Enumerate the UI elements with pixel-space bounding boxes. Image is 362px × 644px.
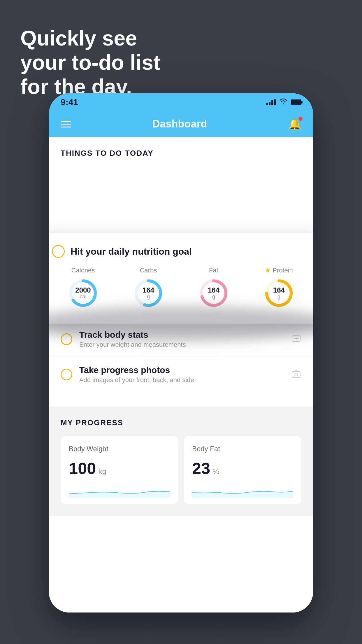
spacer bbox=[49, 392, 313, 407]
calories-label: Calories bbox=[71, 267, 95, 274]
nutrition-circle-check[interactable] bbox=[52, 245, 65, 258]
body-fat-unit: % bbox=[212, 467, 219, 476]
notification-dot bbox=[298, 117, 303, 121]
nutrition-stats: Calories 2000 cal bbox=[52, 267, 310, 309]
body-weight-card[interactable]: Body Weight 100 kg bbox=[61, 436, 178, 504]
notification-bell-icon[interactable]: 🔔 bbox=[288, 118, 301, 130]
body-weight-chart bbox=[69, 484, 170, 498]
svg-rect-10 bbox=[292, 372, 300, 377]
signal-bars-icon bbox=[266, 99, 276, 105]
protein-donut: 164 g bbox=[263, 277, 295, 309]
todo-item-photos[interactable]: Take progress photos Add images of your … bbox=[49, 357, 313, 392]
carbs-value: 164 bbox=[143, 287, 154, 294]
protein-unit: g bbox=[273, 294, 285, 300]
fat-unit: g bbox=[208, 294, 219, 300]
body-fat-card-title: Body Fat bbox=[192, 445, 293, 453]
body-fat-chart bbox=[192, 484, 293, 498]
fat-stat: Fat 164 g bbox=[198, 267, 230, 309]
calories-donut: 2000 cal bbox=[67, 277, 99, 309]
body-fat-value-row: 23 % bbox=[192, 459, 293, 478]
nutrition-card-title: Hit your daily nutrition goal bbox=[71, 246, 192, 257]
main-content: THINGS TO DO TODAY Hit your daily nutrit… bbox=[49, 137, 313, 612]
my-progress-section: MY PROGRESS Body Weight 100 kg bbox=[49, 407, 313, 516]
header-title: Dashboard bbox=[152, 118, 207, 130]
protein-stat: ★ Protein 164 g bbox=[263, 267, 295, 309]
photos-circle bbox=[61, 369, 72, 380]
app-header: Dashboard 🔔 bbox=[49, 111, 313, 137]
body-weight-unit: kg bbox=[98, 467, 106, 476]
progress-cards: Body Weight 100 kg Bo bbox=[61, 436, 301, 504]
battery-icon bbox=[291, 99, 301, 105]
fat-label: Fat bbox=[209, 267, 218, 274]
nutrition-card: Hit your daily nutrition goal Calories bbox=[49, 233, 313, 324]
protein-label: Protein bbox=[273, 267, 293, 274]
calories-unit: cal bbox=[75, 294, 91, 300]
body-weight-card-title: Body Weight bbox=[69, 445, 170, 453]
fat-value: 164 bbox=[208, 287, 219, 294]
wifi-icon bbox=[279, 98, 287, 106]
svg-point-11 bbox=[295, 373, 298, 376]
body-weight-value: 100 bbox=[69, 459, 96, 478]
carbs-stat: Carbs 164 g bbox=[132, 267, 164, 309]
body-weight-value-row: 100 kg bbox=[69, 459, 170, 478]
body-fat-value: 23 bbox=[192, 459, 210, 478]
photos-desc: Add images of your front, back, and side bbox=[79, 376, 285, 384]
status-time: 9:41 bbox=[61, 97, 78, 107]
body-stats-desc: Enter your weight and measurements bbox=[79, 341, 285, 349]
protein-label-row: ★ Protein bbox=[265, 267, 293, 274]
card-shadow bbox=[49, 306, 313, 341]
headline-line1: Quickly see bbox=[20, 26, 160, 50]
carbs-donut: 164 g bbox=[132, 277, 164, 309]
headline: Quickly see your to-do list for the day. bbox=[20, 26, 160, 99]
fat-donut: 164 g bbox=[198, 277, 230, 309]
photos-name: Take progress photos bbox=[79, 365, 285, 375]
body-fat-card[interactable]: Body Fat 23 % bbox=[184, 436, 301, 504]
menu-button[interactable] bbox=[61, 121, 71, 127]
headline-line2: your to-do list bbox=[20, 50, 160, 75]
things-to-do-header: THINGS TO DO TODAY bbox=[49, 137, 313, 164]
carbs-label: Carbs bbox=[140, 267, 157, 274]
status-bar: 9:41 bbox=[49, 93, 313, 111]
phone-frame: 9:41 bbox=[49, 93, 313, 612]
calories-value: 2000 bbox=[75, 287, 91, 294]
photos-text: Take progress photos Add images of your … bbox=[79, 365, 285, 384]
protein-value: 164 bbox=[273, 287, 285, 294]
status-icons bbox=[266, 98, 301, 106]
protein-star-icon: ★ bbox=[265, 267, 271, 274]
carbs-unit: g bbox=[143, 294, 154, 300]
calories-stat: Calories 2000 cal bbox=[67, 267, 99, 309]
photos-icon bbox=[291, 368, 301, 381]
progress-header: MY PROGRESS bbox=[61, 418, 301, 427]
